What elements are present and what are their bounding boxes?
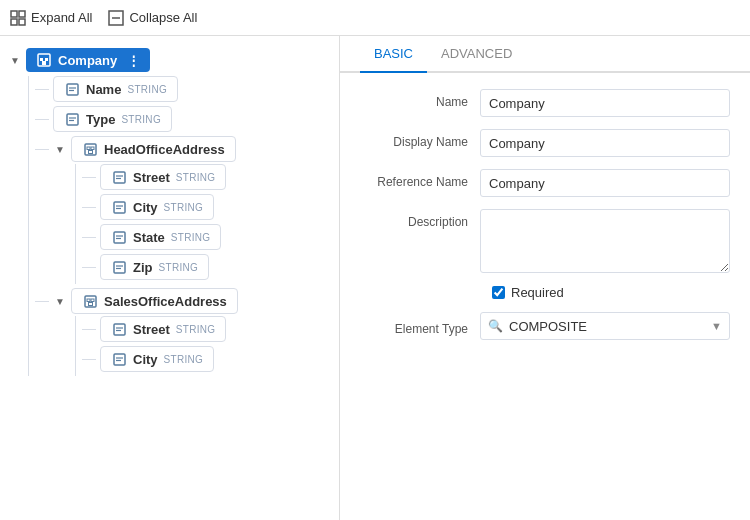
- ho-state-type: STRING: [171, 232, 211, 243]
- sales-office-children-list: Street STRING: [82, 316, 331, 376]
- sales-office-icon: [82, 293, 98, 309]
- required-row: Required: [360, 285, 730, 300]
- ho-zip-label: Zip: [133, 260, 153, 275]
- so-city-type: STRING: [164, 354, 204, 365]
- props-content: Name Display Name Reference Name Descrip…: [340, 73, 750, 368]
- so-city-label: City: [133, 352, 158, 367]
- ho-street-type: STRING: [176, 172, 216, 183]
- so-city-chip[interactable]: City STRING: [100, 346, 214, 372]
- svg-rect-20: [114, 172, 125, 183]
- element-type-label: Element Type: [360, 316, 480, 336]
- reference-name-label: Reference Name: [360, 169, 480, 189]
- type-chip-label: Type: [86, 112, 115, 127]
- root-chevron[interactable]: ▼: [8, 53, 22, 67]
- svg-rect-1: [19, 11, 25, 17]
- expand-all-button[interactable]: Expand All: [10, 10, 92, 26]
- svg-rect-39: [114, 354, 125, 365]
- name-input[interactable]: [480, 89, 730, 117]
- head-office-children-area: Street STRING: [35, 164, 331, 284]
- name-child-row: Name STRING: [35, 76, 331, 102]
- ho-street-icon: [111, 169, 127, 185]
- sales-office-header: ▼ SalesOffice: [35, 288, 331, 314]
- sales-office-children-area: Street STRING: [35, 316, 331, 376]
- so-street-row: Street STRING: [82, 316, 331, 342]
- svg-rect-0: [11, 11, 17, 17]
- company-more-button[interactable]: ⋮: [127, 53, 140, 68]
- svg-rect-9: [42, 61, 46, 65]
- so-street-chip[interactable]: Street STRING: [100, 316, 226, 342]
- ho-city-label: City: [133, 200, 158, 215]
- collapse-all-label: Collapse All: [129, 10, 197, 25]
- collapse-icon: [108, 10, 124, 26]
- tree-panel: ▼ Company ⋮: [0, 36, 340, 520]
- ho-zip-row: Zip STRING: [82, 254, 331, 280]
- element-type-row: Element Type 🔍 COMPOSITE SIMPLE COMPLEX …: [360, 312, 730, 340]
- svg-rect-10: [67, 84, 78, 95]
- sales-office-label: SalesOfficeAddress: [104, 294, 227, 309]
- tab-advanced[interactable]: ADVANCED: [427, 36, 526, 71]
- company-chip[interactable]: Company ⋮: [26, 48, 150, 72]
- svg-rect-17: [87, 147, 90, 150]
- name-row: Name: [360, 89, 730, 117]
- ho-street-label: Street: [133, 170, 170, 185]
- head-office-children-list: Street STRING: [82, 164, 331, 284]
- name-chip-type: STRING: [127, 84, 167, 95]
- reference-name-row: Reference Name: [360, 169, 730, 197]
- tabs-header: BASIC ADVANCED: [340, 36, 750, 73]
- tab-basic[interactable]: BASIC: [360, 36, 427, 73]
- ho-zip-icon: [111, 259, 127, 275]
- ho-state-label: State: [133, 230, 165, 245]
- svg-rect-23: [114, 202, 125, 213]
- collapse-all-button[interactable]: Collapse All: [108, 10, 197, 26]
- ho-city-type: STRING: [164, 202, 204, 213]
- display-name-input[interactable]: [480, 129, 730, 157]
- main-layout: ▼ Company ⋮: [0, 36, 750, 520]
- expand-all-label: Expand All: [31, 10, 92, 25]
- ho-zip-chip[interactable]: Zip STRING: [100, 254, 209, 280]
- tree-root-area: ▼ Company ⋮: [0, 44, 339, 380]
- head-office-icon: [82, 141, 98, 157]
- head-office-group: ▼ HeadOfficeA: [35, 136, 331, 284]
- description-row: Description: [360, 209, 730, 273]
- so-street-type: STRING: [176, 324, 216, 335]
- svg-rect-34: [91, 299, 94, 302]
- ho-street-chip[interactable]: Street STRING: [100, 164, 226, 190]
- svg-rect-36: [114, 324, 125, 335]
- head-office-chip[interactable]: HeadOfficeAddress: [71, 136, 236, 162]
- svg-rect-7: [40, 58, 43, 61]
- svg-rect-3: [19, 19, 25, 25]
- required-checkbox[interactable]: [492, 286, 505, 299]
- reference-name-input[interactable]: [480, 169, 730, 197]
- expand-icon: [10, 10, 26, 26]
- svg-rect-33: [87, 299, 90, 302]
- head-office-label: HeadOfficeAddress: [104, 142, 225, 157]
- svg-rect-26: [114, 232, 125, 243]
- name-label: Name: [360, 89, 480, 109]
- head-office-header: ▼ HeadOfficeA: [35, 136, 331, 162]
- name-chip[interactable]: Name STRING: [53, 76, 178, 102]
- ho-city-chip[interactable]: City STRING: [100, 194, 214, 220]
- sales-office-chevron[interactable]: ▼: [53, 294, 67, 308]
- description-textarea[interactable]: [480, 209, 730, 273]
- description-label: Description: [360, 209, 480, 229]
- ho-city-row: City STRING: [82, 194, 331, 220]
- type-chip[interactable]: Type STRING: [53, 106, 172, 132]
- display-name-row: Display Name: [360, 129, 730, 157]
- required-label: Required: [511, 285, 564, 300]
- so-city-icon: [111, 351, 127, 367]
- svg-rect-19: [88, 150, 92, 153]
- properties-panel: BASIC ADVANCED Name Display Name Referen…: [340, 36, 750, 520]
- svg-rect-2: [11, 19, 17, 25]
- element-type-select[interactable]: COMPOSITE SIMPLE COMPLEX: [480, 312, 730, 340]
- root-children-area: Name STRING: [8, 76, 331, 376]
- sales-office-chip[interactable]: SalesOfficeAddress: [71, 288, 238, 314]
- search-icon: 🔍: [488, 319, 503, 333]
- ho-state-chip[interactable]: State STRING: [100, 224, 221, 250]
- type-child-row: Type STRING: [35, 106, 331, 132]
- ho-street-row: Street STRING: [82, 164, 331, 190]
- head-office-chevron[interactable]: ▼: [53, 142, 67, 156]
- element-type-select-wrapper: 🔍 COMPOSITE SIMPLE COMPLEX ▼: [480, 312, 730, 340]
- ho-state-icon: [111, 229, 127, 245]
- name-field-icon: [64, 81, 80, 97]
- ho-zip-type: STRING: [159, 262, 199, 273]
